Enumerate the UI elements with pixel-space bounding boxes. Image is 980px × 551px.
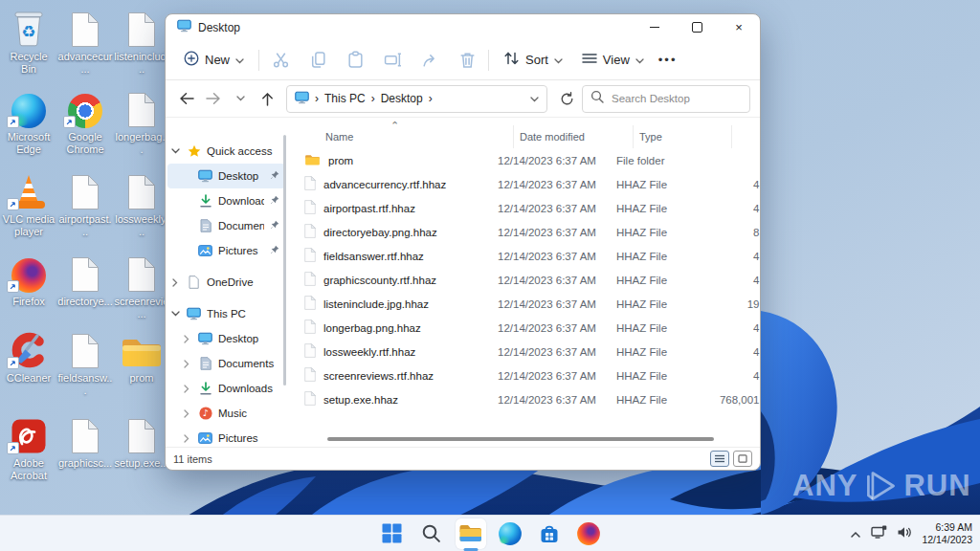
- column-header-date[interactable]: Date modified: [514, 125, 634, 148]
- desktop-icon-firefox[interactable]: Firefox: [1, 251, 56, 308]
- file-row[interactable]: longerbag.png.hhaz12/14/2023 6:37 AMHHAZ…: [287, 316, 760, 340]
- more-options-button[interactable]: •••: [651, 53, 685, 67]
- chevron-right-icon[interactable]: [181, 335, 192, 343]
- large-icons-view-toggle[interactable]: [733, 451, 752, 467]
- desktop-icon-adobe-acrobat[interactable]: Adobe Acrobat: [1, 412, 56, 482]
- paste-button[interactable]: [342, 47, 368, 74]
- nav-item-downloads[interactable]: Downloads: [167, 376, 285, 401]
- desktop-icon-vlc-media-player[interactable]: VLC media player: [1, 168, 56, 238]
- minimize-button[interactable]: [634, 14, 676, 40]
- refresh-button[interactable]: [555, 87, 578, 110]
- new-button[interactable]: New: [177, 46, 251, 74]
- file-row[interactable]: advancecurrency.rtf.hhaz12/14/2023 6:37 …: [287, 172, 760, 196]
- nav-item-desktop[interactable]: Desktop: [167, 326, 285, 351]
- file-row[interactable]: directoryebay.png.hhaz12/14/2023 6:37 AM…: [287, 220, 760, 244]
- rename-button[interactable]: [379, 47, 406, 74]
- desktop-icon-setup[interactable]: setup.exe...: [114, 412, 169, 470]
- file-row[interactable]: fieldsanswer.rtf.hhaz12/14/2023 6:37 AMH…: [287, 244, 760, 268]
- chevron-down-icon: [554, 53, 563, 67]
- view-button[interactable]: View: [575, 48, 651, 72]
- taskbar-edge-button[interactable]: [495, 518, 525, 549]
- network-icon[interactable]: [871, 525, 887, 542]
- file-row[interactable]: setup.exe.hhaz12/14/2023 6:37 AMHHAZ Fil…: [287, 387, 760, 411]
- address-dropdown-chevron[interactable]: [530, 92, 539, 105]
- sort-button[interactable]: Sort: [497, 46, 569, 74]
- desktop-icon-directoryebay[interactable]: directorye...: [57, 251, 113, 308]
- star-icon: [187, 144, 201, 158]
- desktop-icon-screenreviews[interactable]: screenrevie...: [114, 251, 169, 320]
- desktop-icon-airportpast[interactable]: airportpast...: [57, 168, 113, 238]
- desktop-icon-advancecurrency[interactable]: advancecur...: [57, 6, 113, 76]
- nav-item-music[interactable]: ♪Music: [167, 401, 285, 426]
- desktop-icon-lossweekly[interactable]: lossweekly...: [114, 168, 169, 238]
- desktop-icon-prom-folder[interactable]: prom: [114, 327, 169, 385]
- pin-icon: [270, 170, 279, 182]
- desktop-icon-longerbag[interactable]: longerbag...: [114, 86, 169, 156]
- clock[interactable]: 6:39 AM 12/14/2023: [922, 521, 972, 545]
- desktop-icon-ccleaner[interactable]: CCleaner: [1, 327, 56, 385]
- desktop-icon-label: directorye...: [57, 296, 113, 308]
- column-header-size[interactable]: Size: [732, 125, 761, 148]
- file-row[interactable]: listeninclude.jpg.hhaz12/14/2023 6:37 AM…: [287, 292, 760, 316]
- navigation-pane: Quick accessDesktopDownloadsDocumentsPic…: [166, 118, 287, 447]
- nav-scrollbar[interactable]: [283, 135, 286, 386]
- chevron-right-icon[interactable]: [181, 409, 192, 418]
- close-button[interactable]: ×: [718, 14, 760, 40]
- chevron-right-icon[interactable]: [181, 360, 192, 368]
- title-bar[interactable]: Desktop ×: [166, 14, 760, 40]
- breadcrumb[interactable]: › This PC › Desktop ›: [286, 85, 547, 113]
- chevron-right-icon[interactable]: [169, 278, 181, 287]
- nav-item-desktop[interactable]: Desktop: [167, 164, 285, 188]
- desktop-icon-microsoft-edge[interactable]: Microsoft Edge: [1, 86, 56, 156]
- horizontal-scrollbar[interactable]: [327, 437, 714, 441]
- volume-icon[interactable]: [897, 525, 912, 542]
- nav-item-this-pc[interactable]: This PC: [167, 301, 285, 326]
- nav-item-quick-access[interactable]: Quick access: [167, 139, 285, 164]
- file-row[interactable]: lossweekly.rtf.hhaz12/14/2023 6:37 AMHHA…: [287, 340, 760, 364]
- desktop-icon-graphicscounty[interactable]: graphicsc...: [57, 412, 113, 470]
- chevron-down-icon[interactable]: [169, 311, 181, 317]
- nav-item-pictures[interactable]: Pictures: [167, 238, 285, 263]
- recent-locations-chevron[interactable]: [229, 87, 252, 110]
- nav-item-downloads[interactable]: Downloads: [167, 188, 285, 213]
- taskbar-store-button[interactable]: [534, 518, 565, 549]
- file-row[interactable]: airportpast.rtf.hhaz12/14/2023 6:37 AMHH…: [287, 196, 760, 220]
- column-header-name[interactable]: Name: [287, 125, 514, 148]
- chevron-down-icon[interactable]: [169, 148, 181, 154]
- desktop-icon-google-chrome[interactable]: Google Chrome: [57, 86, 113, 156]
- nav-item-documents[interactable]: Documents: [167, 351, 285, 376]
- copy-button[interactable]: [304, 47, 331, 74]
- taskbar-search-button[interactable]: [416, 518, 447, 549]
- chevron-right-icon[interactable]: [181, 385, 192, 393]
- column-header-type[interactable]: Type: [634, 125, 732, 148]
- maximize-button[interactable]: [676, 14, 718, 40]
- chevron-right-icon[interactable]: [181, 434, 192, 443]
- breadcrumb-desktop[interactable]: Desktop: [381, 92, 423, 105]
- breadcrumb-this-pc[interactable]: This PC: [324, 92, 366, 105]
- nav-item-pictures[interactable]: Pictures: [167, 426, 285, 447]
- file-row[interactable]: graphicscounty.rtf.hhaz12/14/2023 6:37 A…: [287, 268, 760, 292]
- taskbar-firefox-button[interactable]: [573, 518, 604, 549]
- nav-item-onedrive[interactable]: OneDrive: [167, 270, 285, 295]
- delete-button[interactable]: [454, 47, 480, 74]
- forward-button[interactable]: [202, 87, 225, 110]
- taskbar-explorer-button[interactable]: [456, 518, 486, 549]
- desktop-icon-recycle-bin[interactable]: ♻Recycle Bin: [1, 6, 56, 76]
- file-row[interactable]: prom12/14/2023 6:37 AMFile folder: [287, 148, 760, 172]
- cut-button[interactable]: [267, 47, 294, 74]
- up-button[interactable]: [256, 87, 278, 110]
- location-icon: [295, 91, 309, 107]
- file-row[interactable]: screenreviews.rtf.hhaz12/14/2023 6:37 AM…: [287, 364, 760, 387]
- details-view-toggle[interactable]: [710, 451, 729, 467]
- back-button[interactable]: [175, 87, 198, 110]
- share-button[interactable]: [416, 47, 443, 74]
- desktop-icon-fieldsanswer[interactable]: fieldsansw...: [57, 327, 113, 397]
- document-icon: [198, 219, 212, 232]
- desktop-icon-listeninclude[interactable]: listeninclud...: [114, 6, 169, 76]
- tray-chevron-up-icon[interactable]: [850, 525, 861, 542]
- desktop-icon-label: Adobe Acrobat: [1, 457, 56, 482]
- taskbar-start-button[interactable]: [377, 518, 408, 549]
- file-date: 12/14/2023 6:37 AM: [492, 298, 611, 310]
- search-input[interactable]: [610, 92, 719, 105]
- nav-item-documents[interactable]: Documents: [167, 213, 285, 238]
